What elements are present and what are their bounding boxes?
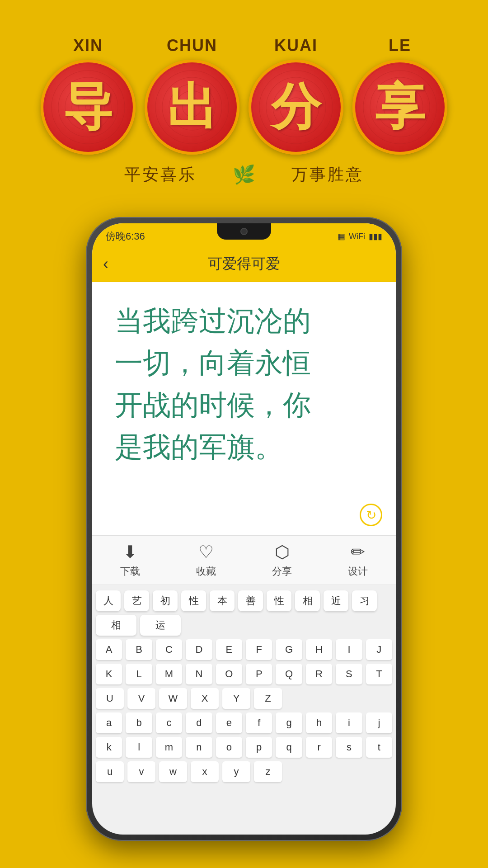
top-section: XIN 导 CHUN 出 KUAI 分 LE 享 平安喜乐 🌿 万事胜 — [0, 0, 488, 204]
key-A[interactable]: A — [96, 639, 122, 660]
favorite-label: 收藏 — [196, 565, 216, 578]
key-f[interactable]: f — [246, 712, 272, 733]
key-yun[interactable]: 运 — [140, 615, 181, 636]
key-xi[interactable]: 习 — [352, 590, 377, 611]
key-J[interactable]: J — [366, 639, 392, 660]
action-download[interactable]: ⬇ 下载 — [120, 542, 140, 578]
key-h[interactable]: h — [306, 712, 332, 733]
key-chu[interactable]: 初 — [153, 590, 178, 611]
key-B[interactable]: B — [126, 639, 152, 660]
key-y[interactable]: y — [222, 761, 250, 782]
key-c[interactable]: c — [156, 712, 182, 733]
action-favorite[interactable]: ♡ 收藏 — [196, 542, 216, 578]
key-P[interactable]: P — [246, 664, 272, 684]
phone-notch — [217, 223, 271, 240]
key-U[interactable]: U — [96, 688, 124, 709]
circle-kuai: 分 — [249, 60, 343, 155]
key-xing2[interactable]: 性 — [267, 590, 291, 611]
battery-icon: ▮▮▮ — [369, 231, 382, 241]
key-F[interactable]: F — [246, 639, 272, 660]
alpha-row-lowercase2: k l m n o p q r s t — [96, 737, 392, 758]
subtitle-row: 平安喜乐 🌿 万事胜意 — [18, 164, 470, 186]
keyboard-chinese-row1: 人 艺 初 性 本 善 性 相 近 习 — [96, 590, 392, 611]
key-r[interactable]: r — [306, 737, 332, 758]
key-l[interactable]: l — [126, 737, 152, 758]
key-z[interactable]: z — [254, 761, 282, 782]
key-Q[interactable]: Q — [276, 664, 302, 684]
key-p[interactable]: p — [246, 737, 272, 758]
key-q[interactable]: q — [276, 737, 302, 758]
key-N[interactable]: N — [186, 664, 212, 684]
key-M[interactable]: M — [156, 664, 182, 684]
key-L[interactable]: L — [126, 664, 152, 684]
alpha-row-uppercase3: U V W X Y Z — [96, 688, 392, 709]
label-chun: CHUN — [167, 36, 217, 55]
action-share[interactable]: ⬡ 分享 — [272, 542, 292, 578]
key-e[interactable]: e — [216, 712, 242, 733]
app-header: ‹ 可爱得可爱 — [92, 246, 396, 282]
lotus-icon: 🌿 — [233, 164, 255, 185]
wifi-icon: WiFi — [349, 232, 365, 241]
action-design[interactable]: ✏ 设计 — [348, 542, 368, 578]
key-a[interactable]: a — [96, 712, 122, 733]
key-xiang1[interactable]: 相 — [295, 590, 320, 611]
key-jin[interactable]: 近 — [324, 590, 348, 611]
keyboard-chinese-row2: 相 运 — [96, 615, 392, 636]
heart-icon: ♡ — [198, 542, 214, 562]
key-T[interactable]: T — [366, 664, 392, 684]
key-w[interactable]: w — [159, 761, 187, 782]
download-label: 下载 — [120, 565, 140, 578]
char-item-le: LE 享 — [352, 36, 447, 155]
key-Z[interactable]: Z — [254, 688, 282, 709]
key-n[interactable]: n — [186, 737, 212, 758]
label-kuai: KUAI — [274, 36, 318, 55]
download-icon: ⬇ — [123, 542, 137, 562]
key-ren[interactable]: 人 — [96, 590, 121, 611]
key-Y[interactable]: Y — [222, 688, 250, 709]
key-I[interactable]: I — [336, 639, 362, 660]
key-k[interactable]: k — [96, 737, 122, 758]
key-xing1[interactable]: 性 — [181, 590, 206, 611]
key-g[interactable]: g — [276, 712, 302, 733]
key-W[interactable]: W — [159, 688, 187, 709]
key-S[interactable]: S — [336, 664, 362, 684]
key-b[interactable]: b — [126, 712, 152, 733]
refresh-button[interactable]: ↻ — [360, 504, 382, 526]
key-u[interactable]: u — [96, 761, 124, 782]
key-ben[interactable]: 本 — [210, 590, 235, 611]
phone-screen: 傍晚6:36 ▦ WiFi ▮▮▮ ‹ 可爱得可爱 当我跨过沉沦的一切，向着永恒… — [92, 223, 396, 835]
phone-outer: 傍晚6:36 ▦ WiFi ▮▮▮ ‹ 可爱得可爱 当我跨过沉沦的一切，向着永恒… — [86, 217, 402, 841]
key-C[interactable]: C — [156, 639, 182, 660]
key-V[interactable]: V — [127, 688, 155, 709]
char-item-kuai: KUAI 分 — [249, 36, 343, 155]
char-xin: 导 — [63, 74, 113, 141]
key-G[interactable]: G — [276, 639, 302, 660]
key-yi[interactable]: 艺 — [124, 590, 149, 611]
key-i[interactable]: i — [336, 712, 362, 733]
key-d[interactable]: d — [186, 712, 212, 733]
key-v[interactable]: v — [127, 761, 155, 782]
design-label: 设计 — [348, 565, 368, 578]
alpha-row-lowercase3: u v w x y z — [96, 761, 392, 782]
key-D[interactable]: D — [186, 639, 212, 660]
key-K[interactable]: K — [96, 664, 122, 684]
key-E[interactable]: E — [216, 639, 242, 660]
key-x[interactable]: x — [191, 761, 219, 782]
key-O[interactable]: O — [216, 664, 242, 684]
key-X[interactable]: X — [191, 688, 219, 709]
key-H[interactable]: H — [306, 639, 332, 660]
key-m[interactable]: m — [156, 737, 182, 758]
key-R[interactable]: R — [306, 664, 332, 684]
circle-xin: 导 — [41, 60, 136, 155]
design-icon: ✏ — [351, 542, 365, 562]
alpha-row-uppercase2: K L M N O P Q R S T — [96, 664, 392, 684]
key-xiang2[interactable]: 相 — [96, 615, 136, 636]
key-t[interactable]: t — [366, 737, 392, 758]
app-title: 可爱得可爱 — [208, 254, 280, 274]
back-button[interactable]: ‹ — [103, 255, 108, 274]
key-o[interactable]: o — [216, 737, 242, 758]
key-s[interactable]: s — [336, 737, 362, 758]
key-j[interactable]: j — [366, 712, 392, 733]
characters-row: XIN 导 CHUN 出 KUAI 分 LE 享 — [18, 36, 470, 155]
key-shan[interactable]: 善 — [238, 590, 263, 611]
